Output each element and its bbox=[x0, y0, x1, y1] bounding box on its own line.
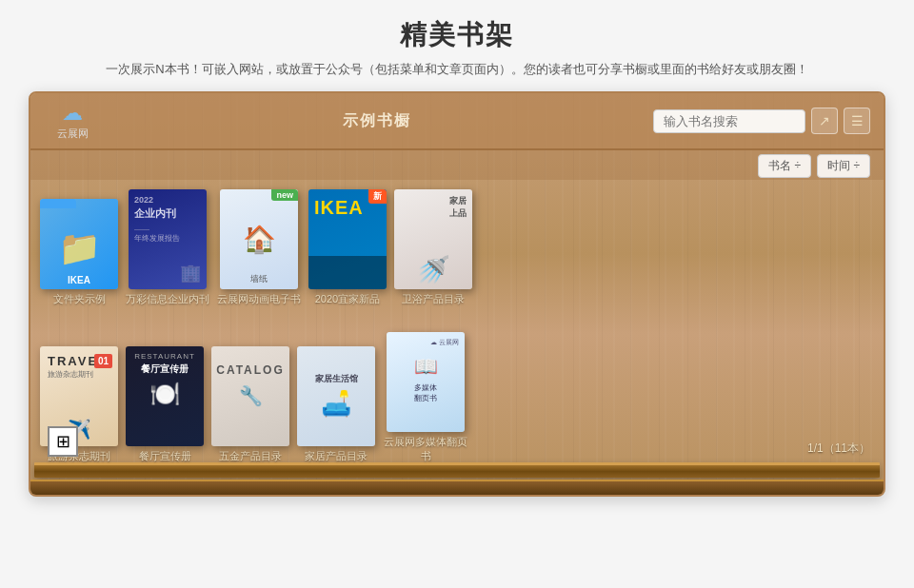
book-item-bathroom[interactable]: 家居上品 🚿 卫浴产品目录 bbox=[394, 189, 472, 305]
book-label-2022: 万彩信息企业内刊 bbox=[126, 292, 209, 305]
bookshelf-container: ☁ 云展网 示例书橱 ↗ ☰ 书名 ÷ 时间 ÷ bbox=[29, 91, 885, 497]
book-label-ikea2020: 2020宜家新品 bbox=[315, 292, 380, 305]
book-item-multimedia[interactable]: ☁ 云展网 📖 多媒体翻页书 云展网多媒体翻页书 bbox=[383, 332, 468, 462]
logo-text: 云展网 bbox=[57, 127, 89, 141]
book-cover-animation: 🏠 墙纸 new bbox=[220, 189, 298, 289]
sort-by-name-button[interactable]: 书名 ÷ bbox=[758, 154, 811, 178]
sort-time-label: 时间 ÷ bbox=[827, 158, 860, 174]
sort-bar: 书名 ÷ 时间 ÷ bbox=[30, 150, 884, 180]
shelf-row-1: 📁 IKEA 文件夹示例 2022 企业内刊 —— 年终发展报告 🏢 万彩信息企… bbox=[30, 180, 884, 321]
shelf-plank-row-2 bbox=[34, 462, 880, 478]
book-item-folder[interactable]: 📁 IKEA 文件夹示例 bbox=[40, 199, 118, 305]
page-subtitle: 一次展示N本书！可嵌入网站，或放置于公众号（包括菜单和文章页面内）。您的读者也可… bbox=[106, 61, 807, 78]
book-item-ikea2020[interactable]: IKEA 新 2020宜家新品 bbox=[308, 189, 387, 305]
shelf-bottom bbox=[30, 480, 884, 495]
book-item-animation[interactable]: 🏠 墙纸 new 云展网动画电子书 bbox=[217, 189, 301, 305]
book-item-catalog[interactable]: CATALOG 🔧 五金产品目录 bbox=[211, 346, 289, 462]
shelf-title: 示例书橱 bbox=[101, 111, 653, 131]
search-input[interactable] bbox=[653, 109, 805, 133]
books-row-2: TRAVEL 旅游杂志期刊 01 ✈️ 旅游杂志期刊 RESTAURANT 餐厅… bbox=[30, 323, 884, 462]
books-row-1: 📁 IKEA 文件夹示例 2022 企业内刊 —— 年终发展报告 🏢 万彩信息企… bbox=[30, 180, 884, 305]
shelf-header: ☁ 云展网 示例书橱 ↗ ☰ bbox=[30, 93, 884, 150]
book-cover-2022: 2022 企业内刊 —— 年终发展报告 🏢 bbox=[129, 189, 207, 289]
shelf-row-2: TRAVEL 旅游杂志期刊 01 ✈️ 旅游杂志期刊 RESTAURANT 餐厅… bbox=[30, 323, 884, 478]
book-item-2022[interactable]: 2022 企业内刊 —— 年终发展报告 🏢 万彩信息企业内刊 bbox=[126, 189, 209, 305]
book-label-bathroom: 卫浴产品目录 bbox=[402, 292, 465, 305]
book-label-restaurant: 餐厅宣传册 bbox=[139, 449, 191, 462]
grid-view-button[interactable]: ☰ bbox=[844, 108, 870, 134]
external-link-button[interactable]: ↗ bbox=[811, 108, 838, 134]
book-label-folder: 文件夹示例 bbox=[53, 292, 106, 305]
hot-badge-ikea: 新 bbox=[368, 189, 387, 204]
sort-by-time-button[interactable]: 时间 ÷ bbox=[817, 154, 870, 178]
book-cover-restaurant: RESTAURANT 餐厅宣传册 🍽️ bbox=[126, 346, 204, 446]
sort-name-label: 书名 ÷ bbox=[768, 158, 801, 174]
logo-area: ☁ 云展网 bbox=[44, 101, 101, 141]
page-wrapper: 精美书架 一次展示N本书！可嵌入网站，或放置于公众号（包括菜单和文章页面内）。您… bbox=[0, 0, 914, 588]
book-cover-bathroom: 家居上品 🚿 bbox=[394, 189, 472, 289]
book-label-catalog: 五金产品目录 bbox=[219, 449, 282, 462]
shelf-plank-row-1 bbox=[34, 305, 880, 321]
page-title: 精美书架 bbox=[400, 17, 514, 53]
book-label-multimedia: 云展网多媒体翻页书 bbox=[383, 435, 468, 462]
new-badge-animation: new bbox=[271, 189, 298, 201]
external-link-icon: ↗ bbox=[819, 113, 830, 128]
search-area: ↗ ☰ bbox=[653, 108, 870, 134]
book-label-home: 家居产品目录 bbox=[305, 449, 368, 462]
book-cover-folder: 📁 IKEA bbox=[40, 199, 118, 289]
book-cover-catalog: CATALOG 🔧 bbox=[211, 346, 289, 446]
grid-icon: ☰ bbox=[851, 113, 864, 128]
book-label-animation: 云展网动画电子书 bbox=[217, 292, 301, 305]
book-cover-home: 家居生活馆 🛋️ bbox=[297, 346, 375, 446]
book-cover-ikea2020: IKEA 新 bbox=[308, 189, 387, 289]
qr-code-icon[interactable]: ⊞ bbox=[48, 426, 78, 457]
cloud-icon: ☁ bbox=[62, 101, 83, 126]
book-cover-multimedia: ☁ 云展网 📖 多媒体翻页书 bbox=[387, 332, 465, 432]
book-item-restaurant[interactable]: RESTAURANT 餐厅宣传册 🍽️ 餐厅宣传册 bbox=[126, 346, 204, 462]
book-item-home[interactable]: 家居生活馆 🛋️ 家居产品目录 bbox=[297, 346, 375, 462]
page-info: 1/1（11本） bbox=[807, 441, 870, 457]
